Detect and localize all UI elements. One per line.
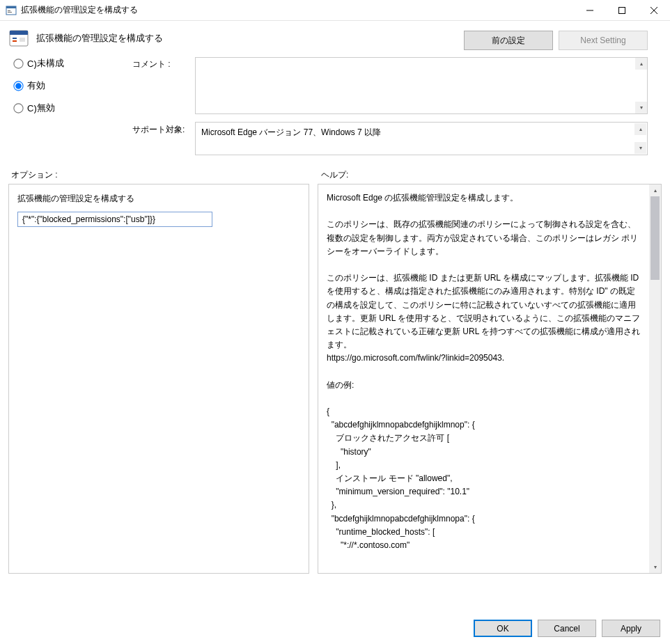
scroll-down-icon[interactable]: ▾ xyxy=(634,142,646,154)
header-row: 拡張機能の管理設定を構成する 前の設定 Next Setting xyxy=(0,21,670,50)
state-comment-row: C) 未構成 有効 C) 無効 コメント : サポート対象: ▴ ▾ Micro… xyxy=(0,50,670,155)
window-title: 拡張機能の管理設定を構成する xyxy=(21,4,574,16)
supported-on-box: Microsoft Edge バージョン 77、Windows 7 以降 ▴ ▾ xyxy=(195,122,648,155)
radio-enabled-input[interactable] xyxy=(13,81,23,91)
cancel-button[interactable]: Cancel xyxy=(538,620,596,637)
panels: 拡張機能の管理設定を構成する Microsoft Edge の拡張機能管理設定を… xyxy=(0,184,670,574)
svg-rect-2 xyxy=(8,10,10,11)
help-label: ヘルプ: xyxy=(321,169,348,181)
options-label: オプション : xyxy=(11,169,321,181)
scroll-down-icon[interactable]: ▾ xyxy=(635,102,647,113)
scroll-down-icon[interactable]: ▾ xyxy=(649,561,661,573)
scroll-up-icon[interactable]: ▴ xyxy=(635,58,647,70)
close-button[interactable] xyxy=(638,0,670,21)
help-panel: Microsoft Edge の拡張機能管理設定を構成します。 このポリシーは、… xyxy=(318,184,662,574)
nav-buttons: 前の設定 Next Setting xyxy=(464,31,648,50)
maximize-button[interactable] xyxy=(606,0,638,21)
supported-on-text: Microsoft Edge バージョン 77、Windows 7 以降 xyxy=(201,127,381,137)
minimize-button[interactable] xyxy=(574,0,606,21)
radio-disabled-input[interactable] xyxy=(13,103,23,113)
options-panel: 拡張機能の管理設定を構成する xyxy=(8,184,309,574)
svg-rect-9 xyxy=(10,31,28,35)
svg-rect-12 xyxy=(20,38,25,42)
options-field-input[interactable] xyxy=(17,212,212,227)
titlebar: 拡張機能の管理設定を構成する xyxy=(0,0,670,21)
next-setting-button[interactable]: Next Setting xyxy=(559,31,648,50)
radio-not-configured[interactable]: C) 未構成 xyxy=(14,57,132,70)
help-scrollbar[interactable]: ▴ ▾ xyxy=(649,184,661,573)
app-icon xyxy=(6,5,17,16)
radio-disabled[interactable]: C) 無効 xyxy=(14,102,132,114)
policy-icon xyxy=(8,28,31,50)
supported-label: サポート対象: xyxy=(132,120,195,136)
apply-button[interactable]: Apply xyxy=(602,620,660,637)
scroll-up-icon[interactable]: ▴ xyxy=(634,123,646,135)
radio-not-configured-label: 未構成 xyxy=(37,57,64,70)
comment-textarea[interactable] xyxy=(195,57,648,114)
supported-scrollbar[interactable]: ▴ ▾ xyxy=(634,123,646,154)
options-field-label: 拡張機能の管理設定を構成する xyxy=(17,193,300,205)
svg-rect-1 xyxy=(6,6,16,8)
previous-setting-button[interactable]: 前の設定 xyxy=(464,31,553,50)
fields-column: ▴ ▾ Microsoft Edge バージョン 77、Windows 7 以降… xyxy=(195,57,662,155)
comment-label: コメント : xyxy=(132,57,195,120)
svg-rect-3 xyxy=(8,12,12,13)
radio-enabled[interactable]: 有効 xyxy=(14,79,132,92)
svg-rect-5 xyxy=(619,7,625,13)
svg-rect-11 xyxy=(13,40,17,42)
help-text: Microsoft Edge の拡張機能管理設定を構成します。 このポリシーは、… xyxy=(318,184,649,573)
scroll-thumb[interactable] xyxy=(650,196,660,280)
radio-disabled-label: 無効 xyxy=(37,102,55,114)
policy-title: 拡張機能の管理設定を構成する xyxy=(36,28,464,45)
ok-button[interactable]: OK xyxy=(474,620,532,637)
svg-rect-10 xyxy=(13,38,17,39)
window-controls xyxy=(574,0,670,21)
state-column: C) 未構成 有効 C) 無効 xyxy=(14,57,132,155)
comment-scrollbar[interactable]: ▴ ▾ xyxy=(635,58,647,113)
radio-not-configured-input[interactable] xyxy=(13,58,23,68)
section-labels: オプション : ヘルプ: xyxy=(0,155,670,184)
scroll-up-icon[interactable]: ▴ xyxy=(649,184,661,196)
footer-buttons: OK Cancel Apply xyxy=(474,620,660,637)
labels-column: コメント : サポート対象: xyxy=(132,57,195,155)
radio-enabled-label: 有効 xyxy=(27,79,45,92)
